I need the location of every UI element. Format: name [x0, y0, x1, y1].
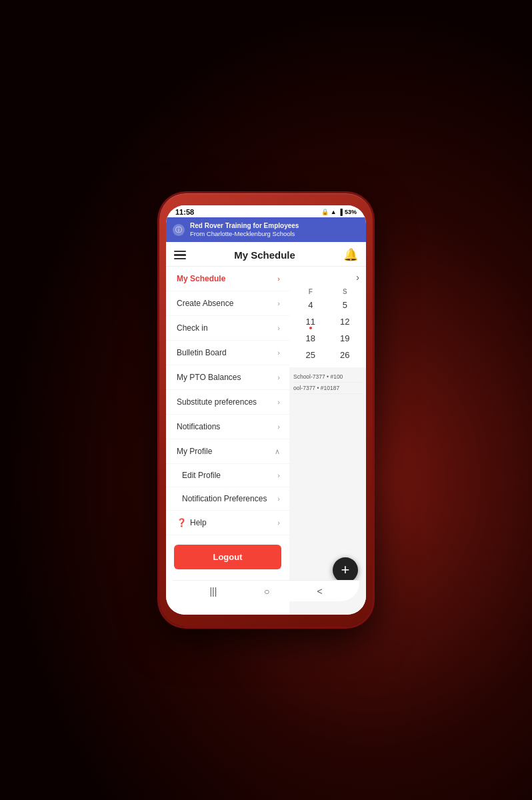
help-circle-icon: ❓ — [177, 518, 187, 527]
sidebar-item-label: Create Absence — [177, 299, 233, 308]
wifi-icon: ▲ — [331, 209, 337, 215]
notif-app-icon: ⓘ — [173, 224, 185, 236]
hamburger-menu-button[interactable] — [174, 251, 186, 260]
nav-back-icon[interactable]: < — [317, 586, 322, 597]
notif-text: Red Rover Training for Employees From Ch… — [190, 221, 299, 238]
status-bar: 11:58 🔒 ▲ ▐ 53% — [166, 205, 366, 217]
sidebar-item-label: My Schedule — [177, 274, 225, 283]
logout-button[interactable]: Logout — [174, 545, 281, 569]
chevron-right-icon: › — [277, 299, 280, 307]
bell-icon[interactable]: 🔔 — [343, 247, 358, 262]
notif-subtitle: From Charlotte-Mecklenburg Schools — [190, 230, 299, 238]
schedule-item-0: School-7377 • #100 — [293, 371, 362, 383]
sidebar-item-label: Check in — [177, 323, 208, 333]
calendar-header-row: F S — [293, 287, 362, 297]
cal-cell-26[interactable]: 26 — [328, 347, 363, 363]
sidebar-item-label: Bulletin Board — [177, 348, 227, 357]
fab-add-button[interactable]: + — [333, 557, 358, 583]
sidebar-item-label: Notifications — [177, 422, 220, 431]
schedule-item-1: ool-7377 • #10187 — [293, 383, 362, 394]
nav-home-icon[interactable]: ○ — [264, 586, 269, 597]
cal-cell-4[interactable]: 4 — [293, 297, 328, 313]
fab-container: + — [333, 557, 358, 583]
sidebar-item-substitute-prefs[interactable]: Substitute preferences › — [166, 390, 289, 415]
sidebar-item-label: My Profile — [177, 447, 212, 456]
bottom-nav: ||| ○ < — [173, 580, 359, 601]
sidebar-subitem-label: Notification Preferences — [182, 494, 267, 503]
calendar-grid: F S 4 5 11 12 18 19 — [289, 285, 366, 367]
chevron-right-icon: › — [277, 423, 280, 431]
cal-cell-19[interactable]: 19 — [328, 330, 363, 347]
cal-cell-11[interactable]: 11 — [293, 313, 328, 330]
notif-title: Red Rover Training for Employees — [190, 221, 299, 230]
sidebar-item-bulletin-board[interactable]: Bulletin Board › — [166, 341, 289, 365]
sidebar-subitem-edit-profile[interactable]: Edit Profile › — [166, 464, 289, 487]
sidebar-item-notifications[interactable]: Notifications › — [166, 415, 289, 439]
sidebar-item-help[interactable]: ❓ Help › — [166, 511, 289, 535]
cal-day-header-s: S — [328, 287, 363, 297]
menu-panel: My Schedule › Create Absence › Check in … — [166, 267, 289, 615]
cal-day-header-f: F — [293, 287, 328, 297]
app-header: My Schedule 🔔 — [166, 242, 366, 267]
chevron-right-icon: › — [277, 398, 280, 406]
sidebar-item-label: Help — [190, 518, 207, 527]
cal-cell-5[interactable]: 5 — [328, 297, 363, 313]
chevron-up-icon: ∧ — [275, 447, 280, 456]
phone-wrapper: 11:58 🔒 ▲ ▐ 53% ⓘ Red Rover Training for… — [159, 193, 373, 627]
cal-row-1: 11 12 — [293, 313, 362, 330]
sidebar-item-my-profile[interactable]: My Profile ∧ — [166, 439, 289, 464]
nav-menu-icon[interactable]: ||| — [209, 586, 217, 597]
chevron-right-icon: › — [277, 519, 280, 527]
phone-screen: 11:58 🔒 ▲ ▐ 53% ⓘ Red Rover Training for… — [166, 205, 366, 615]
status-icons: 🔒 ▲ ▐ 53% — [321, 209, 357, 215]
sidebar-item-pto-balances[interactable]: My PTO Balances › — [166, 365, 289, 390]
sidebar-item-my-schedule[interactable]: My Schedule › — [166, 267, 289, 291]
chevron-right-icon: › — [277, 275, 280, 283]
lock-icon: 🔒 — [321, 209, 329, 215]
sidebar-item-label: My PTO Balances — [177, 373, 241, 382]
chevron-right-icon: › — [277, 471, 280, 479]
signal-icon: ▐ — [339, 209, 343, 215]
chevron-right-icon: › — [277, 373, 280, 381]
cal-row-2: 18 19 — [293, 330, 362, 347]
sidebar-subitem-notification-prefs[interactable]: Notification Preferences › — [166, 487, 289, 511]
sidebar-item-label: Substitute preferences — [177, 397, 257, 407]
sidebar-item-check-in[interactable]: Check in › — [166, 316, 289, 341]
chevron-right-icon: › — [277, 349, 280, 357]
page-title: My Schedule — [234, 249, 295, 261]
calendar-nav: › — [289, 267, 366, 285]
cal-cell-25[interactable]: 25 — [293, 347, 328, 363]
sidebar-item-create-absence[interactable]: Create Absence › — [166, 291, 289, 316]
notification-banner[interactable]: ⓘ Red Rover Training for Employees From … — [166, 217, 366, 242]
calendar-next-arrow[interactable]: › — [356, 272, 359, 283]
battery-text: 53% — [345, 209, 357, 215]
chevron-right-icon: › — [277, 324, 280, 332]
cal-cell-18[interactable]: 18 — [293, 330, 328, 347]
cal-row-0: 4 5 — [293, 297, 362, 313]
chevron-right-icon: › — [277, 495, 280, 503]
sidebar-subitem-label: Edit Profile — [182, 471, 221, 480]
status-time: 11:58 — [175, 208, 194, 216]
cal-row-3: 25 26 — [293, 347, 362, 363]
cal-cell-12[interactable]: 12 — [328, 313, 363, 330]
